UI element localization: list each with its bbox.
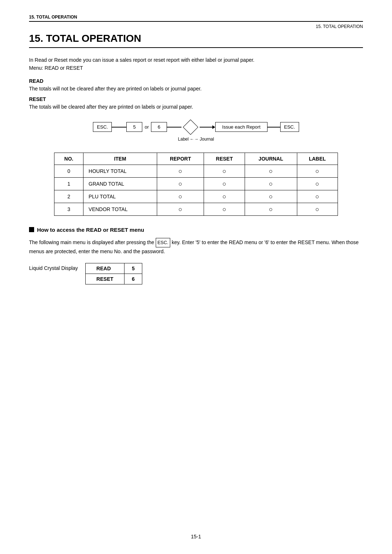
col-journal: JOURNAL [245, 153, 297, 165]
lcd-row-reset: RESET 6 [85, 274, 142, 284]
esc-key-inline: ESC. [156, 238, 170, 247]
data-table: No. ITEM REPORT RESET JOURNAL LABEL 0 HO… [54, 153, 338, 216]
read-text: The totals will not be cleared after the… [29, 85, 363, 93]
flow-or: or [144, 124, 149, 130]
top-rule [29, 21, 363, 22]
row0-report: ○ [157, 165, 204, 177]
col-no: No. [54, 153, 83, 165]
lcd-read-num: 5 [124, 263, 142, 274]
lcd-read-label: READ [85, 263, 124, 274]
row1-journal: ○ [245, 177, 297, 190]
row2-label: ○ [297, 190, 338, 203]
row1-reset: ○ [204, 177, 245, 190]
right-header: 15. TOTAL OPERATION [29, 24, 363, 29]
page: 15. TOTAL OPERATION 15. TOTAL OPERATION … [0, 0, 392, 554]
intro-text: In Read or Reset mode you can issue a sa… [29, 56, 363, 72]
black-square-icon [29, 227, 34, 232]
row2-journal: ○ [245, 190, 297, 203]
col-item: ITEM [83, 153, 157, 165]
flow-esc2: ESC. [280, 122, 299, 132]
chapter-title: 15. TOTAL OPERATION [29, 33, 363, 48]
page-number: 15-1 [191, 534, 201, 539]
table-header: No. ITEM REPORT RESET JOURNAL LABEL [54, 153, 338, 165]
row1-item: GRAND TOTAL [83, 177, 157, 190]
flow-diagram: ESC. 5 or 6 Issue e [29, 120, 363, 142]
row0-label: ○ [297, 165, 338, 177]
top-header: 15. TOTAL OPERATION [29, 15, 363, 20]
row0-item: HOURLY TOTAL [83, 165, 157, 177]
flow-sub-label: Label ←→ Journal [178, 137, 214, 142]
col-label: LABEL [297, 153, 338, 165]
lcd-label: Liquid Crystal Display [29, 263, 78, 271]
row1-report: ○ [157, 177, 204, 190]
table-row: 2 PLU TOTAL ○ ○ ○ ○ [54, 190, 338, 203]
table-row: 0 HOURLY TOTAL ○ ○ ○ ○ [54, 165, 338, 177]
row2-reset: ○ [204, 190, 245, 203]
row0-reset: ○ [204, 165, 245, 177]
flow-report: Issue each Report [215, 122, 268, 132]
row3-no: 3 [54, 203, 83, 215]
lcd-row-read: READ 5 [85, 263, 142, 274]
reset-label: RESET [29, 96, 363, 102]
flow-num5: 5 [126, 122, 142, 132]
table-row: 3 VENDOR TOTAL ○ ○ ○ ○ [54, 203, 338, 215]
read-label: READ [29, 78, 363, 84]
row0-no: 0 [54, 165, 83, 177]
row3-journal: ○ [245, 203, 297, 215]
row2-item: PLU TOTAL [83, 190, 157, 203]
lcd-wrapper: Liquid Crystal Display READ 5 RESET 6 [29, 263, 363, 284]
row3-label: ○ [297, 203, 338, 215]
row0-journal: ○ [245, 165, 297, 177]
row2-no: 2 [54, 190, 83, 203]
row2-report: ○ [157, 190, 204, 203]
flow-diamond [181, 120, 200, 134]
row3-report: ○ [157, 203, 204, 215]
col-report: REPORT [157, 153, 204, 165]
table-row: 1 GRAND TOTAL ○ ○ ○ ○ [54, 177, 338, 190]
lcd-table: READ 5 RESET 6 [85, 263, 142, 284]
row1-no: 1 [54, 177, 83, 190]
how-to-heading: How to access the READ or RESET menu [29, 227, 363, 233]
reset-text: The totals will be cleared after they ar… [29, 103, 363, 111]
col-reset: RESET [204, 153, 245, 165]
lcd-reset-label: RESET [85, 274, 124, 284]
row3-reset: ○ [204, 203, 245, 215]
how-to-text: The following main menu is displayed aft… [29, 238, 363, 256]
row3-item: VENDOR TOTAL [83, 203, 157, 215]
flow-esc1: ESC. [93, 122, 112, 132]
lcd-reset-num: 6 [124, 274, 142, 284]
row1-label: ○ [297, 177, 338, 190]
flow-num6: 6 [151, 122, 167, 132]
table-body: 0 HOURLY TOTAL ○ ○ ○ ○ 1 GRAND TOTAL ○ ○… [54, 165, 338, 215]
